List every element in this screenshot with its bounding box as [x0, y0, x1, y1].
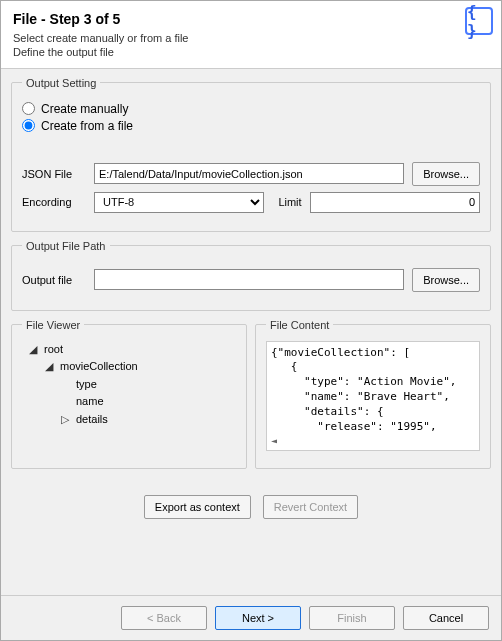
tree-node-name[interactable]: name [58, 393, 236, 411]
output-file-row: Output file Browse... [22, 268, 480, 292]
file-content-group: File Content {"movieCollection": [ { "ty… [255, 319, 491, 469]
panes: File Viewer ◢ root ◢ movieCollection typ… [11, 319, 491, 477]
collapse-icon[interactable]: ◢ [42, 358, 56, 376]
tree-node-details[interactable]: ▷ details [58, 411, 236, 429]
finish-button[interactable]: Finish [309, 606, 395, 630]
file-viewer-group: File Viewer ◢ root ◢ movieCollection typ… [11, 319, 247, 469]
tree-node-type[interactable]: type [58, 376, 236, 394]
radio-create-manually-input[interactable] [22, 102, 35, 115]
encoding-label: Encording [22, 196, 86, 208]
json-file-input[interactable] [94, 163, 404, 184]
wizard-footer: < Back Next > Finish Cancel [1, 595, 501, 640]
output-setting-legend: Output Setting [22, 77, 100, 89]
page-subtitle: Select create manually or from a file De… [13, 31, 489, 60]
radio-create-manually[interactable]: Create manually [22, 102, 480, 116]
wizard-window: File - Step 3 of 5 Select create manuall… [0, 0, 502, 641]
cancel-button[interactable]: Cancel [403, 606, 489, 630]
output-file-browse-button[interactable]: Browse... [412, 268, 480, 292]
wizard-header: File - Step 3 of 5 Select create manuall… [1, 1, 501, 69]
tree: ◢ root ◢ movieCollection type name [22, 341, 236, 429]
json-file-label: JSON File [22, 168, 86, 180]
radio-create-from-file-label: Create from a file [41, 119, 133, 133]
revert-context-button[interactable]: Revert Context [263, 495, 358, 519]
page-title: File - Step 3 of 5 [13, 11, 489, 27]
tree-node-root[interactable]: ◢ root [26, 341, 236, 359]
radio-create-from-file[interactable]: Create from a file [22, 119, 480, 133]
encoding-row: Encording UTF-8 Limit [22, 192, 480, 213]
file-content-text: {"movieCollection": [ { "type": "Action … [266, 341, 480, 451]
limit-label: Limit [278, 196, 301, 208]
collapse-icon[interactable]: ◢ [26, 341, 40, 359]
output-file-path-legend: Output File Path [22, 240, 110, 252]
limit-input[interactable] [310, 192, 480, 213]
encoding-select[interactable]: UTF-8 [94, 192, 264, 213]
wizard-content: Output Setting Create manually Create fr… [1, 69, 501, 595]
output-file-label: Output file [22, 274, 86, 286]
tree-node-moviecollection[interactable]: ◢ movieCollection [42, 358, 236, 376]
output-file-path-group: Output File Path Output file Browse... [11, 240, 491, 311]
json-braces-icon: { } [465, 7, 493, 35]
export-as-context-button[interactable]: Export as context [144, 495, 251, 519]
radio-create-manually-label: Create manually [41, 102, 128, 116]
file-content-legend: File Content [266, 319, 333, 331]
next-button[interactable]: Next > [215, 606, 301, 630]
expand-icon[interactable]: ▷ [58, 411, 72, 429]
json-file-browse-button[interactable]: Browse... [412, 162, 480, 186]
json-file-row: JSON File Browse... [22, 162, 480, 186]
back-button[interactable]: < Back [121, 606, 207, 630]
radio-create-from-file-input[interactable] [22, 119, 35, 132]
output-file-input[interactable] [94, 269, 404, 290]
file-viewer-legend: File Viewer [22, 319, 84, 331]
output-setting-group: Output Setting Create manually Create fr… [11, 77, 491, 232]
context-buttons: Export as context Revert Context [11, 495, 491, 519]
